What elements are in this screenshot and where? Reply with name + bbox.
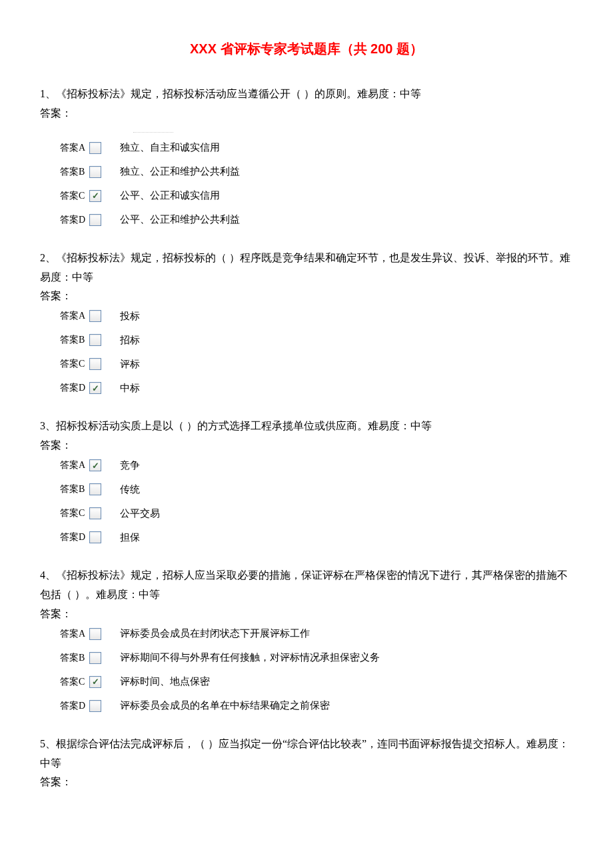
option-text: 评标委员会成员在封闭状态下开展评标工作 [120,627,310,640]
checkbox-icon[interactable] [89,382,101,394]
questions-container: 1、《招标投标法》规定，招标投标活动应当遵循公开（ ）的原则。难易度：中等答案：… [40,85,573,789]
option-label: 答案C [60,507,89,519]
option-label: 答案C [60,190,89,202]
option-label: 答案C [60,358,89,370]
answer-label: 答案： [40,107,573,121]
checkbox-icon[interactable] [89,142,101,154]
option-text: 公平交易 [120,507,160,520]
question-text: 4、《招标投标法》规定，招标人应当采取必要的措施，保证评标在严格保密的情况下进行… [40,566,573,605]
option-row: 答案C公平、公正和诚实信用 [60,189,573,203]
checkbox-icon[interactable] [89,531,101,543]
question-block: 3、招标投标活动实质上是以（ ）的方式选择工程承揽单位或供应商。难易度：中等答案… [40,417,573,545]
option-row: 答案C评标 [60,357,573,371]
option-label: 答案C [60,676,89,688]
option-row: 答案B传统 [60,482,573,497]
option-text: 独立、自主和诚实信用 [120,141,220,154]
option-label: 答案B [60,652,89,664]
decorative-underline [133,127,173,133]
answer-label: 答案： [40,607,573,621]
option-row: 答案D评标委员会成员的名单在中标结果确定之前保密 [60,699,573,713]
checkbox-icon[interactable] [89,214,101,226]
option-text: 评标时间、地点保密 [120,675,210,688]
question-text: 1、《招标投标法》规定，招标投标活动应当遵循公开（ ）的原则。难易度：中等 [40,85,573,104]
option-text: 中标 [120,382,140,395]
option-label: 答案D [60,382,89,394]
question-block: 4、《招标投标法》规定，招标人应当采取必要的措施，保证评标在严格保密的情况下进行… [40,566,573,713]
question-text: 5、根据综合评估法完成评标后，（ ）应当拟定一份“综合评估比较表”，连同书面评标… [40,735,573,773]
option-label: 答案B [60,166,89,178]
option-row: 答案A投标 [60,309,573,323]
option-text: 担保 [120,531,140,544]
options-group: 答案A评标委员会成员在封闭状态下开展评标工作答案B评标期间不得与外界有任何接触，… [60,627,573,713]
option-row: 答案A评标委员会成员在封闭状态下开展评标工作 [60,627,573,641]
option-row: 答案B招标 [60,333,573,347]
options-group: 答案A投标答案B招标答案C评标答案D中标 [60,309,573,395]
options-group: 答案A竞争答案B传统答案C公平交易答案D担保 [60,458,573,545]
option-label: 答案D [60,531,89,543]
checkbox-icon[interactable] [89,483,101,495]
option-text: 竞争 [120,459,140,472]
option-row: 答案C公平交易 [60,506,573,521]
option-label: 答案D [60,214,89,226]
option-label: 答案A [60,142,89,154]
answer-label: 答案： [40,439,573,453]
option-text: 公平、公正和维护公共利益 [120,213,240,226]
checkbox-icon[interactable] [89,700,101,712]
question-block: 5、根据综合评估法完成评标后，（ ）应当拟定一份“综合评估比较表”，连同书面评标… [40,735,573,790]
option-label: 答案A [60,310,89,322]
option-row: 答案B独立、公正和维护公共利益 [60,165,573,179]
option-text: 投标 [120,310,140,323]
option-text: 评标期间不得与外界有任何接触，对评标情况承担保密义务 [120,651,380,664]
option-row: 答案D公平、公正和维护公共利益 [60,213,573,227]
option-text: 传统 [120,483,140,496]
checkbox-icon[interactable] [89,166,101,178]
checkbox-icon[interactable] [89,334,101,346]
option-text: 独立、公正和维护公共利益 [120,165,240,178]
question-block: 1、《招标投标法》规定，招标投标活动应当遵循公开（ ）的原则。难易度：中等答案：… [40,85,573,227]
option-row: 答案D担保 [60,530,573,545]
checkbox-icon[interactable] [89,676,101,688]
option-text: 招标 [120,334,140,347]
option-text: 公平、公正和诚实信用 [120,189,220,202]
checkbox-icon[interactable] [89,628,101,640]
checkbox-icon[interactable] [89,507,101,519]
answer-label: 答案： [40,289,573,303]
checkbox-icon[interactable] [89,652,101,664]
option-row: 答案D中标 [60,381,573,395]
checkbox-icon[interactable] [89,190,101,202]
answer-label: 答案： [40,775,573,789]
option-text: 评标委员会成员的名单在中标结果确定之前保密 [120,699,330,712]
option-text: 评标 [120,358,140,371]
option-label: 答案A [60,628,89,640]
option-label: 答案A [60,459,89,471]
checkbox-icon[interactable] [89,459,101,471]
option-row: 答案A独立、自主和诚实信用 [60,141,573,155]
option-label: 答案D [60,700,89,712]
checkbox-icon[interactable] [89,358,101,370]
option-row: 答案C评标时间、地点保密 [60,675,573,689]
page-title: XXX 省评标专家考试题库（共 200 题） [40,40,573,58]
question-text: 3、招标投标活动实质上是以（ ）的方式选择工程承揽单位或供应商。难易度：中等 [40,417,573,436]
option-row: 答案A竞争 [60,458,573,473]
option-label: 答案B [60,334,89,346]
option-label: 答案B [60,483,89,495]
checkbox-icon[interactable] [89,310,101,322]
option-row: 答案B评标期间不得与外界有任何接触，对评标情况承担保密义务 [60,651,573,665]
options-group: 答案A独立、自主和诚实信用答案B独立、公正和维护公共利益答案C公平、公正和诚实信… [60,141,573,227]
question-text: 2、《招标投标法》规定，招标投标的（ ）程序既是竞争结果和确定环节，也是发生异议… [40,249,573,287]
question-block: 2、《招标投标法》规定，招标投标的（ ）程序既是竞争结果和确定环节，也是发生异议… [40,249,573,396]
